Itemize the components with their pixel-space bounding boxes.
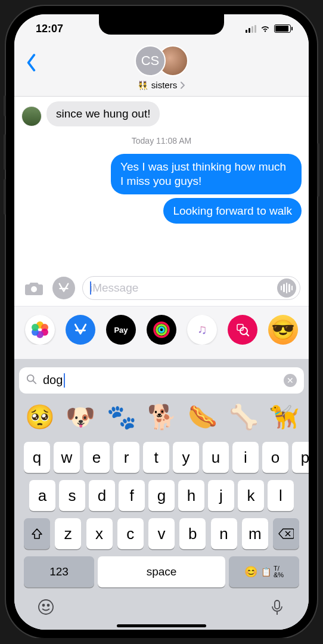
key-e[interactable]: e: [83, 442, 110, 473]
app-music[interactable]: ♫: [187, 315, 217, 345]
key-b[interactable]: b: [179, 518, 206, 549]
keyboard: q w e r t y u i o p a s d f g h: [19, 438, 304, 630]
outgoing-message[interactable]: Yes I was just thinking how much I miss …: [21, 154, 302, 194]
key-r[interactable]: r: [113, 442, 139, 473]
key-o[interactable]: o: [262, 442, 288, 473]
search-icon: [26, 374, 37, 388]
music-icon: ♫: [197, 322, 207, 338]
app-drawer-button[interactable]: [52, 277, 75, 299]
battery-icon: [274, 24, 291, 33]
cellular-signal-icon: [246, 25, 256, 33]
key-space[interactable]: space: [98, 556, 225, 587]
message-bubble: Looking forward to walk: [163, 198, 302, 224]
key-123[interactable]: 123: [24, 556, 94, 587]
key-n[interactable]: n: [211, 518, 237, 549]
svg-line-8: [33, 380, 36, 383]
emoji-search-panel: dog ✕ 🥺 🐶 🐾 🐕 🌭 🦴 🦮 q w e r t: [14, 359, 309, 630]
emoji-keyboard-button[interactable]: [37, 598, 55, 618]
emoji-search-text: dog: [43, 373, 278, 388]
key-j[interactable]: j: [208, 480, 234, 511]
message-bubble: since we hung out!: [46, 101, 160, 126]
avatar-initials: CS: [135, 45, 166, 76]
app-activity[interactable]: [147, 315, 176, 345]
key-emoji-input[interactable]: 😊 📋 T/&%: [229, 556, 299, 587]
key-l[interactable]: l: [268, 480, 294, 511]
apple-pay-label: Pay: [114, 326, 128, 335]
emoji-search-input[interactable]: dog ✕: [19, 367, 304, 394]
camera-button[interactable]: [23, 277, 45, 299]
key-s[interactable]: s: [59, 480, 85, 511]
memoji-icon: 😎: [271, 318, 295, 341]
app-appstore[interactable]: [66, 315, 95, 345]
emoji-result[interactable]: 🦴: [229, 403, 257, 431]
chat-title-button[interactable]: 👯 sisters: [20, 80, 303, 90]
key-t[interactable]: t: [143, 442, 169, 473]
notch: [99, 14, 224, 35]
key-m[interactable]: m: [242, 518, 268, 549]
status-time: 12:07: [36, 23, 63, 35]
audio-message-button[interactable]: [277, 278, 296, 298]
clear-search-button[interactable]: ✕: [284, 374, 297, 387]
input-switch-icon: 📋: [261, 567, 271, 577]
emoji-result[interactable]: 🥺: [25, 403, 54, 431]
emoji-result[interactable]: 🐾: [107, 403, 135, 431]
imessage-app-drawer: Pay ♫: [14, 306, 309, 359]
svg-rect-12: [275, 600, 279, 609]
emoji-result[interactable]: 🦮: [269, 403, 298, 431]
key-h[interactable]: h: [178, 480, 204, 511]
key-backspace[interactable]: [273, 518, 299, 549]
dictation-button[interactable]: [268, 598, 286, 618]
key-a[interactable]: a: [29, 480, 55, 511]
text-cursor: [90, 281, 91, 295]
group-avatar[interactable]: CS: [20, 45, 303, 76]
key-i[interactable]: i: [232, 442, 259, 473]
message-list[interactable]: since we hung out! Today 11:08 AM Yes I …: [14, 97, 309, 270]
compose-bar: iMessage: [14, 270, 309, 306]
microphone-icon: [268, 598, 286, 616]
key-p[interactable]: p: [292, 442, 309, 473]
key-x[interactable]: x: [86, 518, 113, 549]
key-v[interactable]: v: [148, 518, 175, 549]
chat-name: sisters: [151, 80, 177, 90]
key-y[interactable]: y: [173, 442, 199, 473]
search-images-icon: [235, 322, 250, 338]
app-apple-pay[interactable]: Pay: [106, 315, 136, 345]
emoji-results-row: 🥺 🐶 🐾 🐕 🌭 🦴 🦮: [19, 394, 304, 438]
app-memoji[interactable]: 😎: [268, 315, 298, 345]
emoji-result[interactable]: 🐕: [147, 403, 176, 431]
photos-icon: [32, 321, 48, 338]
key-u[interactable]: u: [203, 442, 229, 473]
input-symbols-icon: T/&%: [274, 565, 284, 578]
svg-point-0: [31, 286, 37, 292]
key-w[interactable]: w: [54, 442, 80, 473]
outgoing-message[interactable]: Looking forward to walk: [21, 198, 302, 224]
key-shift[interactable]: [24, 518, 50, 549]
svg-point-9: [39, 600, 53, 614]
app-images-search[interactable]: [228, 315, 257, 345]
app-photos[interactable]: [25, 315, 55, 345]
key-c[interactable]: c: [117, 518, 144, 549]
message-bubble: Yes I was just thinking how much I miss …: [111, 154, 302, 194]
emoji-result[interactable]: 🌭: [188, 403, 216, 431]
key-z[interactable]: z: [55, 518, 81, 549]
emoji-result[interactable]: 🐶: [66, 403, 94, 431]
chat-emoji: 👯: [138, 80, 148, 90]
back-button[interactable]: [25, 54, 38, 74]
svg-line-6: [246, 333, 249, 336]
key-q[interactable]: q: [24, 442, 50, 473]
incoming-message[interactable]: since we hung out!: [21, 101, 302, 126]
message-input[interactable]: iMessage: [82, 276, 300, 300]
svg-point-3: [159, 327, 164, 332]
svg-point-7: [27, 374, 34, 381]
key-k[interactable]: k: [238, 480, 264, 511]
activity-rings-icon: [153, 321, 170, 339]
phone-frame: 12:07 CS 👯 sisters: [6, 6, 317, 638]
emoji-icon: [37, 598, 55, 616]
home-indicator[interactable]: [117, 624, 206, 627]
wifi-icon: [260, 24, 271, 33]
sender-avatar[interactable]: [21, 106, 42, 126]
key-f[interactable]: f: [119, 480, 145, 511]
key-d[interactable]: d: [89, 480, 115, 511]
conversation-header: CS 👯 sisters: [14, 43, 309, 97]
key-g[interactable]: g: [148, 480, 175, 511]
